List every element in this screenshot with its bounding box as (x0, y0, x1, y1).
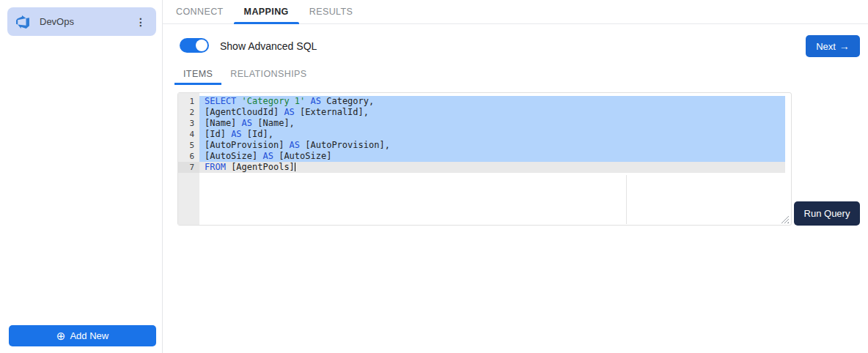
line-number: 5 (178, 140, 199, 151)
azure-devops-icon (16, 15, 29, 29)
run-query-button[interactable]: Run Query (794, 201, 860, 226)
code-line[interactable]: [AutoProvision] AS [AutoProvision], (199, 140, 785, 151)
code-line[interactable]: SELECT 'Category 1' AS Category, (199, 96, 785, 107)
main-tabs: CONNECT MAPPING RESULTS (163, 0, 868, 24)
code-line[interactable]: FROM [AgentPools] (199, 162, 785, 173)
main-panel: CONNECT MAPPING RESULTS Show Advanced SQ… (163, 0, 868, 353)
line-number: 6 (178, 151, 199, 162)
line-number: 1 (178, 96, 199, 107)
tab-mapping[interactable]: MAPPING (234, 0, 299, 23)
tab-relationships[interactable]: RELATIONSHIPS (221, 64, 315, 83)
next-button[interactable]: Next → (806, 35, 860, 57)
text-caret (295, 163, 295, 171)
line-number: 3 (178, 118, 199, 129)
arrow-right-icon: → (839, 41, 850, 51)
editor-inner-divider (626, 175, 627, 224)
tab-results[interactable]: RESULTS (299, 0, 364, 23)
code-line[interactable]: [AgentCloudId] AS [ExternalId], (199, 107, 785, 118)
next-label: Next (816, 41, 836, 52)
kebab-menu-icon[interactable]: ⋮ (131, 15, 150, 29)
add-new-button[interactable]: ⊕ Add New (9, 325, 156, 346)
sidebar: DevOps ⋮ ⊕ Add New (0, 0, 163, 353)
connector-card-devops[interactable]: DevOps ⋮ (7, 7, 156, 36)
editor-gutter: 1234567 (178, 93, 199, 225)
code-line[interactable]: [Id] AS [Id], (199, 129, 785, 140)
sub-tabs: ITEMS RELATIONSHIPS (174, 64, 316, 83)
editor-code[interactable]: SELECT 'Category 1' AS Category,[AgentCl… (199, 93, 791, 225)
tab-connect[interactable]: CONNECT (166, 0, 234, 23)
line-number: 7 (178, 162, 199, 173)
toggle-knob (196, 40, 207, 51)
add-circle-icon: ⊕ (56, 330, 66, 341)
sql-editor[interactable]: 1234567 SELECT 'Category 1' AS Category,… (177, 92, 792, 226)
code-line[interactable]: [Name] AS [Name], (199, 118, 785, 129)
line-number: 2 (178, 107, 199, 118)
advanced-sql-toggle[interactable] (180, 38, 209, 53)
tab-items[interactable]: ITEMS (174, 64, 221, 83)
code-line[interactable]: [AutoSize] AS [AutoSize] (199, 151, 785, 162)
toggle-label: Show Advanced SQL (220, 40, 317, 52)
line-number: 4 (178, 129, 199, 140)
add-new-label: Add New (70, 330, 108, 341)
connector-label: DevOps (40, 16, 131, 27)
